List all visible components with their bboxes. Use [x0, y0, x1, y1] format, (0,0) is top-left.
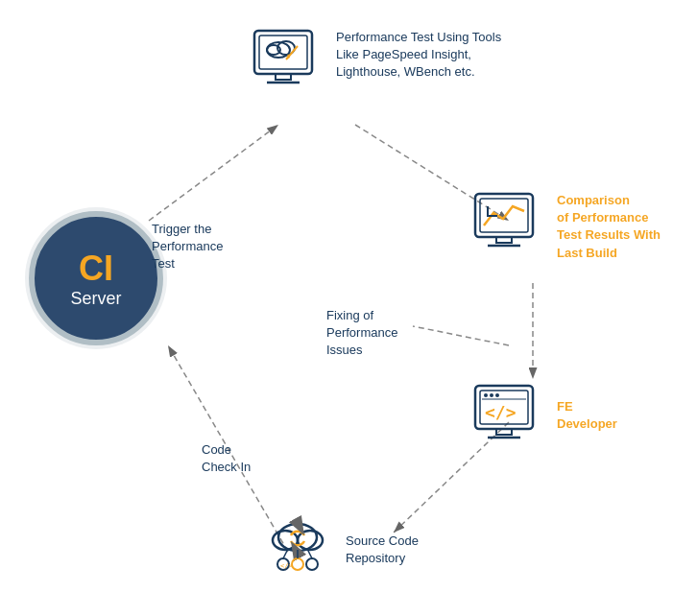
comparison-icon — [470, 192, 547, 259]
cloud-repo-icon: </> — [254, 509, 341, 585]
monitor-icon — [250, 29, 326, 96]
svg-point-34 — [292, 558, 303, 570]
diagram-container: CI Server Performance Test Using Tools L… — [0, 0, 697, 616]
ci-label: CI — [79, 249, 113, 289]
svg-rect-19 — [496, 237, 512, 243]
performance-tool-label: Performance Test Using Tools Like PageSp… — [336, 29, 509, 82]
svg-line-2 — [149, 125, 278, 221]
fe-developer-icon: </> — [470, 384, 547, 451]
svg-rect-23 — [496, 429, 512, 435]
svg-text:</>: </> — [280, 562, 293, 570]
svg-point-25 — [484, 393, 488, 397]
trigger-label: Trigger thePerformanceTest — [152, 221, 223, 273]
svg-point-35 — [306, 558, 318, 570]
svg-point-27 — [495, 393, 499, 397]
analytics-monitor-icon — [470, 192, 547, 259]
source-code-label: Source CodeRepository — [346, 533, 419, 567]
performance-tool-icon — [250, 29, 326, 96]
svg-text:</>: </> — [485, 402, 517, 422]
svg-rect-17 — [475, 194, 533, 237]
svg-rect-8 — [254, 31, 312, 74]
svg-rect-10 — [276, 74, 291, 80]
ci-server-circle: CI Server — [29, 211, 163, 345]
source-code-icon: </> — [254, 509, 341, 585]
comparison-label: Comparisonof PerformanceTest Results Wit… — [557, 192, 661, 262]
code-checkin-label: CodeCheck In — [202, 441, 251, 476]
fe-developer-label: FEDeveloper — [557, 398, 617, 433]
svg-line-5 — [413, 326, 509, 345]
server-label: Server — [70, 289, 121, 309]
code-monitor-icon: </> — [470, 384, 547, 451]
fixing-label: Fixing ofPerformanceIssues — [326, 307, 397, 360]
svg-point-26 — [490, 393, 493, 397]
